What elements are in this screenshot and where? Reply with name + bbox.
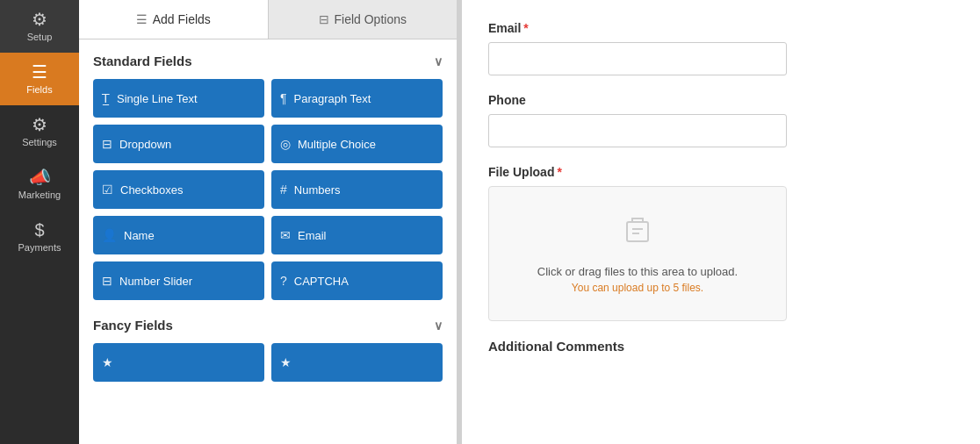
fancy-icon-2: ★ (280, 355, 292, 369)
file-upload-subtext: You can upload up to 5 files. (507, 282, 768, 294)
file-upload-icon (507, 213, 768, 256)
standard-field-buttons: T̲ Single Line Text ¶ Paragraph Text ⊟ D… (93, 79, 443, 300)
field-btn-captcha[interactable]: ? CAPTCHA (271, 261, 443, 300)
tab-add-fields-label: Add Fields (153, 12, 211, 26)
form-field-phone: Phone (488, 93, 954, 147)
form-additional-comments: Additional Comments (488, 339, 954, 354)
field-btn-numbers-label: Numbers (294, 183, 341, 197)
field-btn-checkboxes[interactable]: ☑ Checkboxes (93, 170, 264, 209)
sidebar-item-setup[interactable]: ⚙ Setup (0, 0, 79, 53)
fancy-icon-1: ★ (102, 355, 113, 369)
numbers-icon: # (280, 183, 287, 197)
add-fields-icon: ☰ (136, 12, 148, 26)
field-btn-dropdown-label: Dropdown (119, 138, 171, 151)
payments-icon: $ (34, 221, 44, 239)
field-btn-name-label: Name (124, 229, 155, 242)
email-label: Email* (488, 21, 954, 35)
field-btn-multiple-choice-label: Multiple Choice (298, 138, 376, 151)
fields-content: Standard Fields ∨ T̲ Single Line Text ¶ … (79, 39, 457, 444)
sidebar-item-setup-label: Setup (27, 32, 53, 42)
sidebar-item-payments[interactable]: $ Payments (0, 211, 79, 263)
field-btn-email-label: Email (298, 229, 327, 242)
name-icon: 👤 (102, 228, 117, 242)
marketing-icon: 📣 (29, 168, 51, 186)
field-options-icon: ⊟ (319, 12, 329, 26)
main-content: ☰ Add Fields ⊟ Field Options Standard Fi… (79, 0, 980, 444)
fancy-fields-chevron[interactable]: ∨ (434, 319, 443, 333)
field-btn-single-line-text[interactable]: T̲ Single Line Text (93, 79, 264, 118)
form-field-file-upload: File Upload* Click or drag files to this… (488, 165, 954, 321)
gear-icon: ⚙ (32, 11, 47, 28)
additional-comments-label: Additional Comments (488, 339, 954, 354)
file-upload-area[interactable]: Click or drag files to this area to uplo… (488, 186, 787, 321)
file-upload-required: * (557, 165, 561, 179)
settings-icon: ⚙ (32, 116, 47, 133)
field-btn-single-line-text-label: Single Line Text (117, 92, 198, 105)
fancy-field-buttons: ★ ★ (93, 343, 443, 382)
number-slider-icon: ⊟ (102, 274, 112, 288)
dropdown-icon: ⊟ (102, 137, 112, 151)
field-btn-captcha-label: CAPTCHA (294, 275, 349, 288)
fields-icon: ☰ (32, 63, 47, 81)
multiple-choice-icon: ◎ (280, 137, 291, 151)
sidebar-item-marketing[interactable]: 📣 Marketing (0, 158, 79, 211)
standard-fields-title: Standard Fields (93, 54, 192, 68)
fancy-fields-header: Fancy Fields ∨ (93, 318, 443, 333)
paragraph-text-icon: ¶ (280, 91, 287, 105)
tab-add-fields[interactable]: ☰ Add Fields (79, 0, 269, 39)
fancy-field-btn-1[interactable]: ★ (93, 343, 264, 382)
field-btn-numbers[interactable]: # Numbers (271, 170, 443, 209)
phone-label: Phone (488, 93, 954, 107)
sidebar-item-settings-label: Settings (22, 137, 57, 147)
form-field-email: Email* (488, 21, 954, 75)
field-btn-name[interactable]: 👤 Name (93, 216, 264, 254)
sidebar-item-marketing-label: Marketing (18, 190, 61, 200)
sidebar: ⚙ Setup ☰ Fields ⚙ Settings 📣 Marketing … (0, 0, 79, 444)
field-btn-number-slider-label: Number Slider (119, 275, 192, 288)
field-btn-multiple-choice[interactable]: ◎ Multiple Choice (271, 125, 443, 163)
standard-fields-header: Standard Fields ∨ (93, 54, 443, 68)
tab-field-options-label: Field Options (335, 12, 407, 26)
sidebar-item-settings[interactable]: ⚙ Settings (0, 105, 79, 158)
tab-field-options[interactable]: ⊟ Field Options (269, 0, 458, 39)
sidebar-item-fields-label: Fields (26, 84, 52, 95)
phone-input[interactable] (488, 114, 787, 147)
captcha-icon: ? (280, 274, 287, 288)
file-upload-label: File Upload* (488, 165, 954, 179)
fields-panel: ☰ Add Fields ⊟ Field Options Standard Fi… (79, 0, 457, 444)
form-panel: Email* Phone File Upload* (462, 0, 980, 444)
tab-bar: ☰ Add Fields ⊟ Field Options (79, 0, 457, 39)
fancy-fields-title: Fancy Fields (93, 318, 173, 333)
field-btn-paragraph-text-label: Paragraph Text (294, 92, 371, 105)
file-upload-text: Click or drag files to this area to uplo… (507, 265, 768, 278)
sidebar-item-payments-label: Payments (18, 242, 61, 253)
fancy-field-btn-2[interactable]: ★ (271, 343, 443, 382)
field-btn-checkboxes-label: Checkboxes (120, 183, 184, 197)
standard-fields-chevron[interactable]: ∨ (434, 54, 443, 68)
sidebar-item-fields[interactable]: ☰ Fields (0, 53, 79, 105)
email-input[interactable] (488, 42, 787, 75)
field-btn-number-slider[interactable]: ⊟ Number Slider (93, 261, 264, 300)
single-line-text-icon: T̲ (102, 91, 110, 105)
field-btn-dropdown[interactable]: ⊟ Dropdown (93, 125, 264, 163)
svg-rect-0 (627, 222, 648, 241)
checkboxes-icon: ☑ (102, 183, 113, 197)
email-btn-icon: ✉ (280, 228, 291, 242)
field-btn-paragraph-text[interactable]: ¶ Paragraph Text (271, 79, 443, 118)
field-btn-email[interactable]: ✉ Email (271, 216, 443, 254)
email-required: * (523, 21, 528, 35)
